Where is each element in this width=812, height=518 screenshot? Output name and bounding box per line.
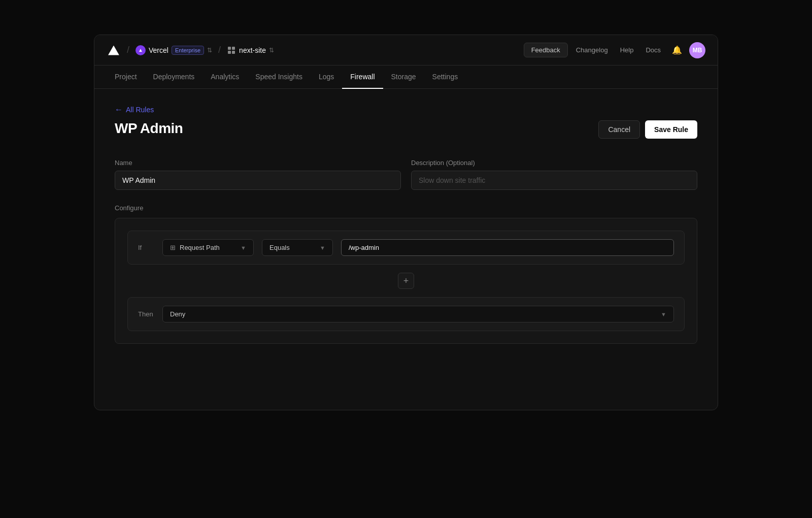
configure-box: If ⊞ Request Path ▼ Equals ▼ [115,218,697,344]
tab-firewall[interactable]: Firewall [342,66,383,89]
tab-storage[interactable]: Storage [383,66,424,89]
navbar-left: / ▲ Vercel Enterprise ⇅ / [107,43,274,57]
header-actions: Cancel Save Rule [598,120,697,139]
equals-label: Equals [269,244,290,251]
configure-section: Configure If ⊞ Request Path ▼ Equ [115,204,697,344]
changelog-link[interactable]: Changelog [572,43,612,57]
team-name: Vercel [149,46,168,54]
nav-separator-1: / [127,45,129,55]
site-name: next-site [239,46,266,54]
avatar[interactable]: MB [689,42,705,58]
cancel-button[interactable]: Cancel [598,120,640,139]
rule-value-input[interactable] [341,239,674,256]
team-icon: ▲ [136,45,146,55]
team-chevron-icon: ⇅ [207,47,212,54]
tab-settings[interactable]: Settings [424,66,466,89]
if-label: If [138,244,154,251]
svg-rect-3 [232,51,235,54]
save-rule-button[interactable]: Save Rule [645,120,697,139]
add-condition-button[interactable]: + [398,273,414,289]
notifications-icon[interactable]: 🔔 [669,42,685,58]
site-chevron-icon: ⇅ [269,47,274,54]
tab-nav: Project Deployments Analytics Speed Insi… [94,66,718,89]
request-path-label: Request Path [180,244,220,251]
navbar: / ▲ Vercel Enterprise ⇅ / [94,35,718,66]
site-icon [227,46,236,55]
equals-select[interactable]: Equals ▼ [262,239,333,256]
nav-separator-2: / [218,45,221,55]
then-label: Then [138,310,154,318]
tab-logs[interactable]: Logs [311,66,342,89]
name-label: Name [115,159,401,167]
then-rule-row: Then Deny ▼ [127,297,685,331]
navbar-right: Feedback Changelog Help Docs 🔔 MB [524,42,705,58]
form-row: Name Description (Optional) [115,159,697,190]
vercel-logo[interactable] [107,43,121,57]
feedback-button[interactable]: Feedback [524,43,568,57]
configure-label: Configure [115,204,697,212]
back-arrow-icon: ← [115,105,123,114]
name-input[interactable] [115,171,401,190]
request-path-icon: ⊞ [170,244,176,251]
description-input[interactable] [411,171,697,190]
docs-link[interactable]: Docs [641,43,665,57]
action-label: Deny [170,310,185,318]
svg-rect-0 [228,47,231,50]
request-path-chevron-icon: ▼ [241,245,246,251]
breadcrumb[interactable]: ← All Rules [115,105,697,114]
tab-deployments[interactable]: Deployments [145,66,203,89]
page-header: WP Admin Cancel Save Rule [115,120,697,139]
page-content: ← All Rules WP Admin Cancel Save Rule Na… [94,89,718,360]
action-select[interactable]: Deny ▼ [162,306,674,322]
tab-project[interactable]: Project [107,66,145,89]
equals-chevron-icon: ▼ [320,245,325,251]
breadcrumb-label: All Rules [126,106,154,114]
if-rule-row: If ⊞ Request Path ▼ Equals ▼ [127,231,685,265]
help-link[interactable]: Help [616,43,638,57]
nav-team[interactable]: ▲ Vercel Enterprise ⇅ [136,45,212,55]
page-title: WP Admin [115,120,183,137]
tab-speed-insights[interactable]: Speed Insights [247,66,311,89]
enterprise-badge: Enterprise [172,46,204,55]
tab-analytics[interactable]: Analytics [202,66,247,89]
add-condition-row: + [127,273,685,289]
nav-site[interactable]: next-site ⇅ [227,46,274,55]
name-field-group: Name [115,159,401,190]
request-path-select[interactable]: ⊞ Request Path ▼ [162,239,254,256]
svg-rect-2 [228,51,231,54]
svg-rect-1 [232,47,235,50]
description-field-group: Description (Optional) [411,159,697,190]
description-label: Description (Optional) [411,159,697,167]
action-chevron-icon: ▼ [661,311,666,317]
